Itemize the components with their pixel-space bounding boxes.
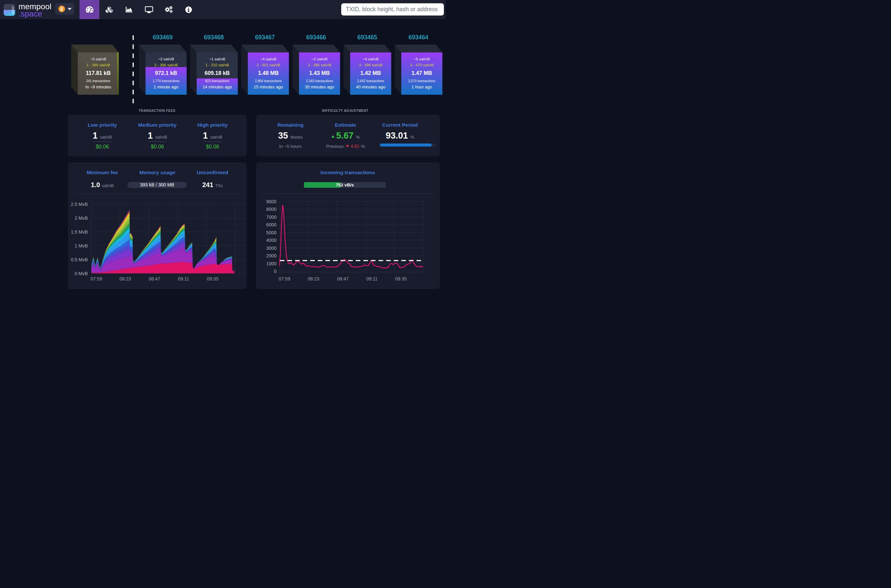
svg-text:7000: 7000 bbox=[266, 214, 276, 220]
svg-text:09:11: 09:11 bbox=[366, 276, 378, 282]
svg-text:1 MvB: 1 MvB bbox=[75, 243, 88, 249]
svg-text:2 MvB: 2 MvB bbox=[75, 216, 88, 221]
svg-text:08:23: 08:23 bbox=[308, 276, 319, 282]
svg-text:09:35: 09:35 bbox=[207, 276, 219, 282]
svg-text:8000: 8000 bbox=[266, 207, 276, 212]
svg-text:5000: 5000 bbox=[266, 230, 276, 235]
svg-text:6000: 6000 bbox=[266, 222, 276, 227]
svg-text:0.5 MvB: 0.5 MvB bbox=[71, 257, 88, 262]
svg-text:09:11: 09:11 bbox=[178, 276, 189, 282]
svg-text:0 MvB: 0 MvB bbox=[75, 271, 88, 276]
svg-text:1.5 MvB: 1.5 MvB bbox=[71, 230, 88, 235]
svg-text:07:59: 07:59 bbox=[279, 276, 290, 282]
svg-text:9000: 9000 bbox=[266, 199, 276, 204]
svg-text:07:59: 07:59 bbox=[90, 276, 102, 282]
svg-text:09:35: 09:35 bbox=[395, 276, 406, 282]
svg-text:08:47: 08:47 bbox=[148, 276, 160, 282]
svg-text:3000: 3000 bbox=[266, 246, 276, 251]
svg-text:1000: 1000 bbox=[266, 261, 276, 266]
svg-text:08:23: 08:23 bbox=[120, 276, 131, 282]
svg-text:4000: 4000 bbox=[266, 238, 276, 243]
svg-text:0: 0 bbox=[274, 268, 276, 274]
svg-text:2.5 MvB: 2.5 MvB bbox=[71, 202, 88, 207]
svg-text:08:47: 08:47 bbox=[337, 276, 348, 282]
svg-text:2000: 2000 bbox=[266, 253, 276, 258]
